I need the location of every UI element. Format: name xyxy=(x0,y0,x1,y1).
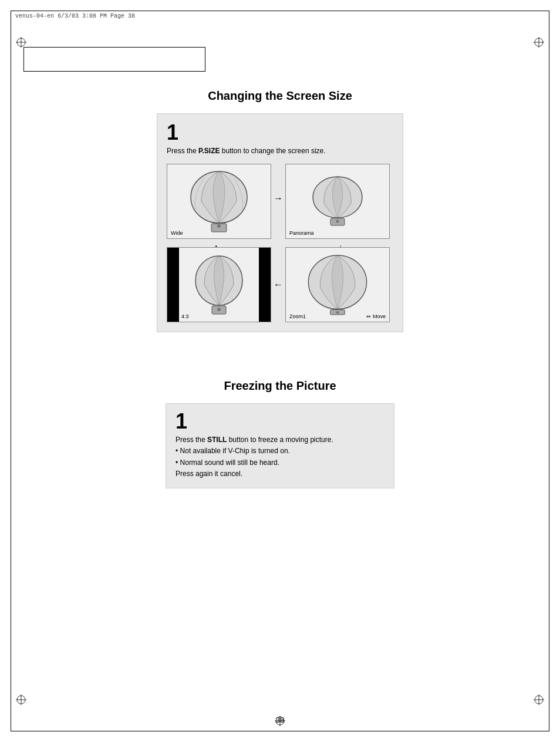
screen-size-diagram: Wide → Panorama xyxy=(167,164,390,322)
section2-title: Freezing the Picture xyxy=(23,379,537,393)
svg-point-32 xyxy=(336,311,339,314)
section-changing-screen-size: Changing the Screen Size 1 Press the P.S… xyxy=(23,89,537,332)
cell-4-3: 4:3 xyxy=(167,247,271,322)
reg-mark-bottom-left xyxy=(15,694,27,706)
reg-mark-top-right xyxy=(533,36,545,48)
still-button-label: STILL xyxy=(207,436,227,444)
page-border-right xyxy=(549,11,549,731)
cell-zoom1: Zoom1 ⇔ Move xyxy=(285,247,390,322)
main-content: Changing the Screen Size 1 Press the P.S… xyxy=(23,47,537,488)
svg-point-19 xyxy=(217,224,221,228)
reg-mark-top-left xyxy=(15,36,27,48)
label-move: ⇔ Move xyxy=(366,313,386,319)
page-number: 38 xyxy=(276,716,284,724)
page-border-bottom xyxy=(11,731,549,731)
black-bar-left xyxy=(167,248,179,322)
label-panorama: Panorama xyxy=(289,230,314,236)
balloon-panorama-svg xyxy=(296,175,379,228)
section-freezing-picture: Freezing the Picture 1 Press the STILL b… xyxy=(23,379,537,488)
section2-instructions: Press the STILL button to freeze a movin… xyxy=(176,434,384,480)
arrow-right-top: → xyxy=(274,193,283,204)
label-zoom1: Zoom1 xyxy=(289,313,306,319)
section2-step-number: 1 xyxy=(176,411,384,432)
section1-instruction: Press the P.SIZE button to change the sc… xyxy=(167,146,393,157)
balloon-zoom1-svg xyxy=(299,254,376,316)
reg-mark-bottom-right xyxy=(533,694,545,706)
section1-title: Changing the Screen Size xyxy=(23,89,537,103)
page-border-left xyxy=(11,11,11,731)
section1-instruction-box: 1 Press the P.SIZE button to change the … xyxy=(157,113,403,332)
header-meta: venus-04-en 6/3/03 3:08 PM Page 38 xyxy=(15,13,135,19)
section2-instruction-box: 1 Press the STILL button to freeze a mov… xyxy=(166,403,394,488)
arrow-left-bottom: ← xyxy=(274,279,283,290)
section2-line4: Press again it cancel. xyxy=(176,468,384,480)
page-border-top xyxy=(11,11,549,11)
label-wide: Wide xyxy=(171,230,183,236)
cell-wide: Wide xyxy=(167,164,271,239)
balloon-wide-svg xyxy=(181,169,257,234)
section2-line2: • Not available if V-Chip is turned on. xyxy=(176,446,384,457)
section2-line3: • Normal sound will still be heard. xyxy=(176,457,384,468)
balloon-4-3-svg xyxy=(187,252,251,317)
cell-panorama: Panorama xyxy=(285,164,390,239)
section1-step-number: 1 xyxy=(167,122,393,143)
black-bar-right xyxy=(259,248,271,322)
svg-point-24 xyxy=(336,220,339,223)
label-4-3: 4:3 xyxy=(181,313,189,319)
psize-button-label: P.SIZE xyxy=(198,147,220,155)
svg-point-29 xyxy=(217,308,221,311)
top-box xyxy=(23,47,205,72)
section2-line1: Press the STILL button to freeze a movin… xyxy=(176,434,384,446)
